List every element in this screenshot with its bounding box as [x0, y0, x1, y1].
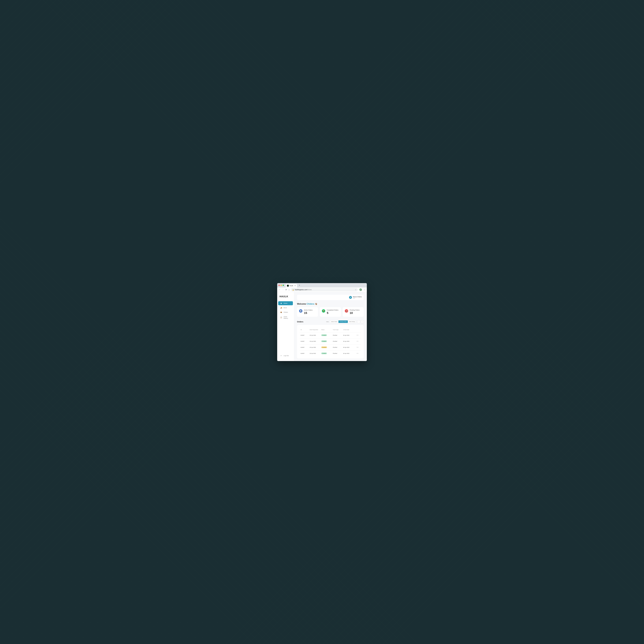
- cell-id: 814567: [301, 347, 308, 348]
- url-field[interactable]: 🔒 haulklogistics.com/home ☆: [291, 288, 358, 291]
- delivery-icon: 🚛: [345, 309, 348, 313]
- close-tab-icon[interactable]: ✕: [294, 285, 296, 286]
- col-status: Status: [321, 329, 332, 330]
- table-row: 814567 23 Apr 2022 Complete Flat Bed 26 …: [300, 338, 361, 344]
- table-row: 814567 23 Apr 2022 Complete Flat Bed 26 …: [300, 350, 361, 356]
- header-bar: Nweze Chidera User: [297, 295, 364, 300]
- row-menu-icon[interactable]: •••: [355, 353, 359, 354]
- table-row: 814567 23 Apr 2022 Cancelled Flat Bed 26…: [300, 344, 361, 350]
- new-tab-button[interactable]: +: [299, 284, 300, 286]
- package-icon: 📦: [322, 309, 325, 313]
- row-menu-icon[interactable]: •••: [355, 346, 359, 348]
- cell-arrival-date: 26 Apr 2022: [343, 353, 353, 354]
- filter-tab-order-history[interactable]: Order History: [348, 320, 356, 323]
- orders-table: ID Date Requested Status Truck Type Arri…: [297, 325, 364, 358]
- logout-icon: ⇤: [280, 355, 282, 357]
- filter-tab-active-orders[interactable]: Active Orders: [330, 320, 338, 323]
- filter-tab-pending-orders[interactable]: Pending Orders: [338, 320, 348, 323]
- cell-id: 814567: [301, 341, 308, 342]
- minimize-window-icon[interactable]: [281, 285, 282, 286]
- cell-date-requested: 23 Apr 2022: [310, 335, 320, 336]
- user-role: User: [353, 298, 362, 299]
- cell-id: 814567: [301, 353, 308, 354]
- back-icon[interactable]: ←: [279, 289, 281, 291]
- browser-tab[interactable]: ✦ Haulk ✕: [286, 284, 297, 287]
- home-icon[interactable]: ⌂: [289, 289, 290, 291]
- cell-arrival-date: 26 Apr 2022: [343, 341, 353, 342]
- status-badge: Complete: [321, 353, 327, 354]
- clipboard-icon: 📋: [299, 309, 302, 313]
- sidebar-item-book[interactable]: 🚚 Book: [278, 306, 293, 310]
- status-badge: Cancelled: [321, 346, 327, 348]
- stat-card-active-orders: 📋 Active Orders 15: [297, 307, 318, 317]
- next-page-button[interactable]: ›: [361, 320, 364, 323]
- main-content: Nweze Chidera User Welcome Chidera 👋🏽 📋 …: [294, 292, 367, 361]
- stat-value: 5: [327, 311, 338, 315]
- view-label: View:: [326, 321, 329, 322]
- box-icon: 📦: [280, 311, 282, 313]
- cell-date-requested: 23 Apr 2022: [310, 347, 320, 348]
- stat-label: Active Orders: [304, 309, 313, 311]
- orders-title: Orders: [297, 321, 303, 323]
- stat-cards: 📋 Active Orders 15 📦 Completed Orders 5 …: [297, 307, 364, 317]
- sidebar-item-order-history[interactable]: 📋 Order History: [278, 315, 293, 320]
- svg-point-0: [350, 297, 351, 297]
- stat-label: Completed Orders: [327, 309, 338, 311]
- sidebar-item-label: Order History: [284, 316, 291, 319]
- logo: HAULK: [277, 295, 294, 301]
- sidebar-item-orders[interactable]: 📦 Orders: [278, 310, 293, 314]
- filter-tabs: Active Orders Pending Orders Order Histo…: [330, 320, 356, 323]
- reload-icon[interactable]: ⟳: [285, 289, 287, 291]
- maximize-window-icon[interactable]: [283, 285, 284, 286]
- sidebar-item-label: Log Out: [284, 355, 289, 356]
- stat-value: 15: [304, 311, 313, 315]
- cell-id: 814567: [301, 335, 308, 336]
- sidebar-item-logout[interactable]: ⇤ Log Out: [278, 354, 293, 358]
- close-window-icon[interactable]: [278, 285, 280, 286]
- sidebar-item-home[interactable]: ▦ Home: [278, 301, 293, 305]
- sidebar-item-label: Book: [284, 307, 287, 308]
- table-row: 814567 23 Apr 2022 Complete Flat Bed 26 …: [300, 332, 361, 338]
- col-id: ID: [301, 329, 308, 330]
- browser-tab-bar: ✦ Haulk ✕ +: [277, 283, 367, 287]
- favicon-icon: ✦: [287, 285, 289, 287]
- cell-truck-type: Flat Bed: [333, 341, 342, 342]
- status-badge: Complete: [321, 340, 327, 342]
- tab-title: Haulk: [290, 285, 293, 286]
- grid-icon: ▦: [280, 302, 282, 304]
- address-bar: ← → ⟳ ⌂ 🔒 haulklogistics.com/home ☆ ⋮: [277, 287, 367, 292]
- prev-page-button[interactable]: ‹: [357, 320, 360, 323]
- lock-icon: 🔒: [292, 289, 294, 290]
- cell-date-requested: 23 Apr 2022: [310, 341, 320, 342]
- history-icon: 📋: [280, 317, 282, 318]
- user-name: Nweze Chidera: [353, 296, 362, 298]
- stat-label: Pending Orders: [350, 309, 360, 311]
- orders-header: Orders View: Active Orders Pending Order…: [297, 320, 364, 323]
- status-badge: Complete: [321, 334, 327, 336]
- cell-arrival-date: 26 Apr 2022: [343, 335, 353, 336]
- row-menu-icon[interactable]: •••: [355, 334, 359, 336]
- sidebar: HAULK ▦ Home 🚚 Book 📦 Orders 📋 Order His…: [277, 292, 294, 361]
- url-text: haulklogistics.com/home: [295, 289, 312, 291]
- stat-card-completed-orders: 📦 Completed Orders 5: [320, 307, 341, 317]
- user-chip[interactable]: Nweze Chidera User: [349, 296, 362, 299]
- cell-arrival-date: 26 Apr 2022: [343, 347, 353, 348]
- view-filters: View: Active Orders Pending Orders Order…: [326, 320, 364, 323]
- stat-card-pending-orders: 🚛 Pending Orders 10: [343, 307, 364, 317]
- browser-window: ✦ Haulk ✕ + ← → ⟳ ⌂ 🔒 haulklogistics.com…: [277, 283, 367, 361]
- table-header: ID Date Requested Status Truck Type Arri…: [300, 326, 361, 332]
- col-truck-type: Truck Type: [333, 329, 342, 330]
- cell-truck-type: Flat Bed: [333, 347, 342, 348]
- cell-date-requested: 23 Apr 2022: [310, 353, 320, 354]
- app-root: HAULK ▦ Home 🚚 Book 📦 Orders 📋 Order His…: [277, 292, 367, 361]
- browser-menu-icon[interactable]: ⋮: [363, 289, 365, 291]
- row-menu-icon[interactable]: •••: [355, 340, 359, 342]
- bookmark-icon[interactable]: ☆: [355, 289, 357, 291]
- pager: ‹ ›: [357, 320, 364, 323]
- welcome-heading: Welcome Chidera 👋🏽: [297, 303, 364, 305]
- cell-truck-type: Flat Bed: [333, 335, 342, 336]
- forward-icon[interactable]: →: [282, 289, 284, 291]
- col-arrival-date: Arrival Date: [343, 329, 353, 330]
- profile-avatar-icon[interactable]: [359, 288, 362, 291]
- cell-truck-type: Flat Bed: [333, 353, 342, 354]
